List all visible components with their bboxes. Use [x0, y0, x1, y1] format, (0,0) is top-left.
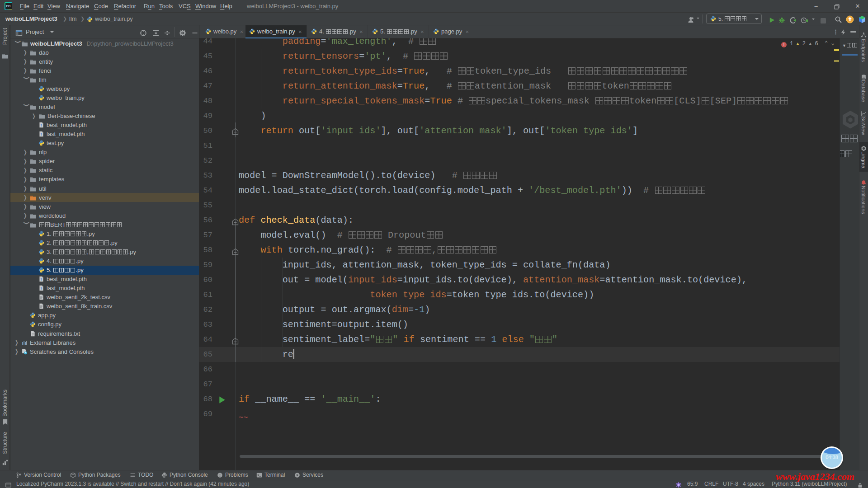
- svg-text:?: ?: [40, 277, 42, 282]
- svg-text:?: ?: [40, 286, 42, 291]
- svg-text:?: ?: [40, 132, 42, 136]
- svg-text:?: ?: [40, 123, 42, 127]
